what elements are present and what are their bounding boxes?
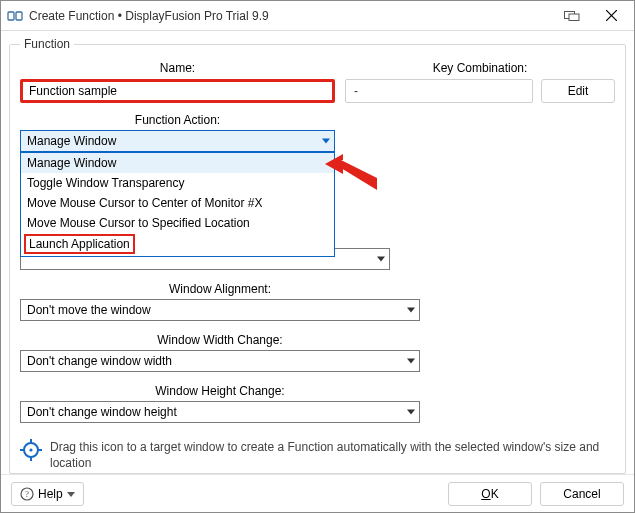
titlebar-util-button[interactable] (555, 1, 589, 31)
width-section: Window Width Change: Don't change window… (20, 333, 420, 372)
action-dropdown: Manage Window Toggle Window Transparency… (20, 152, 335, 257)
groupbox-legend: Function (20, 37, 74, 51)
action-combo[interactable]: Manage Window Manage Window Toggle Windo… (20, 130, 335, 152)
window-title: Create Function • DisplayFusion Pro Tria… (29, 9, 555, 23)
svg-text:?: ? (25, 489, 29, 499)
chevron-down-icon (407, 308, 415, 313)
width-combo[interactable]: Don't change window width (20, 350, 420, 372)
chevron-down-icon (322, 139, 330, 144)
key-label: Key Combination: (345, 61, 615, 75)
action-option-highlighted[interactable]: Launch Application (21, 233, 334, 256)
help-button[interactable]: ? Help (11, 482, 84, 506)
svg-rect-3 (569, 14, 579, 21)
target-icon[interactable] (20, 439, 42, 461)
action-section: Function Action: Manage Window Manage Wi… (20, 113, 335, 152)
edit-key-button[interactable]: Edit (541, 79, 615, 103)
action-option[interactable]: Move Mouse Cursor to Center of Monitor #… (21, 193, 334, 213)
name-key-row: Name: Key Combination: - Edit (20, 61, 615, 103)
width-value: Don't change window width (27, 354, 172, 368)
drag-hint-text: Drag this icon to a target window to cre… (50, 439, 615, 471)
height-section: Window Height Change: Don't change windo… (20, 384, 420, 423)
height-combo[interactable]: Don't change window height (20, 401, 420, 423)
dialog-window: Create Function • DisplayFusion Pro Tria… (0, 0, 635, 513)
client-area: Function Name: Key Combination: - Edit F… (1, 31, 634, 474)
height-value: Don't change window height (27, 405, 177, 419)
chevron-down-icon (377, 257, 385, 262)
ok-button[interactable]: OK (448, 482, 532, 506)
name-input[interactable] (20, 79, 335, 103)
key-row: - Edit (345, 79, 615, 103)
width-label: Window Width Change: (20, 333, 420, 347)
close-button[interactable] (589, 1, 634, 31)
alignment-section: Window Alignment: Don't move the window (20, 282, 420, 321)
dialog-footer: ? Help OK Cancel (1, 474, 634, 512)
alignment-combo[interactable]: Don't move the window (20, 299, 420, 321)
action-selected: Manage Window (27, 134, 116, 148)
action-label: Function Action: (20, 113, 335, 127)
svg-point-7 (29, 448, 32, 451)
help-icon: ? (20, 487, 34, 501)
action-option[interactable]: Move Mouse Cursor to Specified Location (21, 213, 334, 233)
chevron-down-icon (407, 359, 415, 364)
chevron-down-icon (407, 410, 415, 415)
name-label: Name: (20, 61, 335, 75)
key-column: Key Combination: - Edit (345, 61, 615, 103)
action-option[interactable]: Manage Window (21, 153, 334, 173)
chevron-down-icon (67, 490, 75, 498)
action-option[interactable]: Toggle Window Transparency (21, 173, 334, 193)
svg-rect-1 (16, 12, 22, 20)
app-icon (7, 8, 23, 24)
alignment-label: Window Alignment: (20, 282, 420, 296)
alignment-value: Don't move the window (27, 303, 151, 317)
name-column: Name: (20, 61, 335, 103)
height-label: Window Height Change: (20, 384, 420, 398)
svg-marker-16 (67, 492, 75, 497)
titlebar: Create Function • DisplayFusion Pro Tria… (1, 1, 634, 31)
svg-rect-0 (8, 12, 14, 20)
help-label: Help (38, 487, 63, 501)
cancel-button[interactable]: Cancel (540, 482, 624, 506)
key-field[interactable]: - (345, 79, 533, 103)
function-groupbox: Function Name: Key Combination: - Edit F… (9, 37, 626, 474)
drag-hint: Drag this icon to a target window to cre… (20, 439, 615, 471)
